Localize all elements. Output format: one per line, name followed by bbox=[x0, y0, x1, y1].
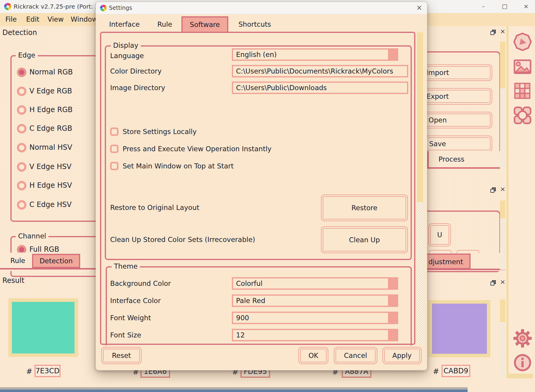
font-size-label: Font Size bbox=[110, 329, 141, 341]
font-weight-select[interactable]: 900 bbox=[232, 312, 398, 324]
dialog-title: Settings bbox=[109, 4, 132, 11]
scrollbar-thumb[interactable] bbox=[500, 299, 505, 322]
right-swatch bbox=[432, 304, 487, 354]
dropdown-button[interactable] bbox=[388, 312, 398, 324]
ok-button[interactable]: OK bbox=[298, 347, 328, 364]
theme-group-legend: Theme bbox=[112, 262, 140, 270]
radio-circle[interactable] bbox=[17, 162, 26, 172]
wheel-icon[interactable] bbox=[513, 33, 532, 51]
tab-adjustment[interactable]: djustment bbox=[424, 254, 471, 269]
hex-hash: # bbox=[433, 367, 439, 376]
maximize-button[interactable]: □ bbox=[499, 2, 511, 11]
right-toolbar bbox=[506, 26, 533, 378]
hex-field-right[interactable]: CABD9 bbox=[441, 365, 470, 377]
radio-circle[interactable] bbox=[17, 68, 26, 77]
checkbox-box[interactable] bbox=[110, 145, 118, 153]
restore-button[interactable]: Restore bbox=[321, 195, 408, 221]
cancel-button[interactable]: Cancel bbox=[334, 347, 377, 364]
dialog-tab-shortcuts[interactable]: Shortcuts bbox=[235, 20, 274, 28]
dock-scrollbar[interactable] bbox=[500, 299, 505, 377]
interface-color-select[interactable]: Pale Red bbox=[232, 294, 398, 307]
tab-process[interactable]: Process bbox=[439, 155, 464, 163]
minimize-button[interactable]: – bbox=[477, 2, 489, 11]
channel-group-legend: Channel bbox=[16, 232, 48, 240]
radio-circle[interactable] bbox=[17, 200, 26, 210]
dock-scrollbar[interactable] bbox=[500, 42, 505, 169]
depth-icon[interactable] bbox=[513, 106, 532, 125]
cleanup-label: Clean Up Stored Color Sets (Irrecoverabl… bbox=[110, 236, 255, 243]
hex-field-result[interactable]: 7E3CD bbox=[34, 365, 61, 377]
checkbox-box[interactable] bbox=[110, 128, 118, 136]
reset-button[interactable]: Reset bbox=[101, 347, 142, 364]
menu-window[interactable]: Window bbox=[71, 15, 98, 23]
u-button[interactable]: U bbox=[428, 223, 451, 246]
radio-circle[interactable] bbox=[17, 143, 26, 152]
process-tabrow: Process bbox=[427, 151, 505, 168]
dropdown-button[interactable] bbox=[388, 48, 398, 61]
scrollbar-thumb[interactable] bbox=[500, 200, 505, 218]
color-directory-label: Color Directory bbox=[110, 65, 162, 77]
radio-circle[interactable] bbox=[17, 87, 26, 96]
color-directory-input[interactable]: C:\Users\Public\Documents\Rickrack\MyCol… bbox=[232, 65, 408, 77]
interface-color-label: Interface Color bbox=[110, 294, 161, 307]
dialog-close-icon[interactable]: × bbox=[414, 3, 424, 13]
image-icon[interactable] bbox=[513, 58, 532, 76]
dock-float-icon[interactable] bbox=[490, 29, 496, 36]
restore-label: Restore to Original Layout bbox=[110, 204, 199, 211]
window-bottom-shadow bbox=[0, 387, 468, 390]
scrollbar-thumb[interactable] bbox=[500, 42, 505, 88]
hex-hash: # bbox=[26, 367, 32, 376]
process-underline bbox=[427, 167, 505, 169]
dropdown-button[interactable] bbox=[388, 329, 398, 341]
right-swatch-frame bbox=[428, 300, 490, 357]
menu-file[interactable]: File bbox=[5, 15, 17, 23]
radio-circle[interactable] bbox=[17, 124, 26, 133]
language-select[interactable]: English (en) bbox=[232, 48, 398, 61]
settings-dialog: Settings × Interface Rule Software Short… bbox=[96, 2, 427, 370]
dock-close-icon[interactable]: × bbox=[500, 28, 505, 34]
detection-heading: Detection bbox=[2, 28, 37, 37]
dock-float-icon[interactable] bbox=[490, 187, 496, 193]
image-directory-label: Image Directory bbox=[110, 82, 165, 94]
background-color-select[interactable]: Colorful bbox=[232, 277, 398, 290]
font-weight-label: Font Weight bbox=[110, 312, 151, 324]
dropdown-button[interactable] bbox=[388, 294, 398, 307]
tab-rule[interactable]: Rule bbox=[6, 257, 30, 264]
dock-float-icon[interactable] bbox=[490, 280, 496, 286]
grid-icon[interactable] bbox=[513, 82, 532, 100]
result-heading: Result bbox=[2, 276, 24, 285]
close-button[interactable]: × bbox=[520, 2, 532, 11]
info-icon[interactable] bbox=[513, 353, 532, 372]
dialog-scrollbar[interactable] bbox=[417, 32, 423, 344]
dock-close-icon[interactable]: × bbox=[500, 186, 505, 192]
dock-scrollbar[interactable] bbox=[500, 200, 505, 270]
background-color-label: Background Color bbox=[110, 277, 171, 290]
dialog-tab-rule[interactable]: Rule bbox=[154, 20, 175, 28]
scrollbar-thumb[interactable] bbox=[417, 32, 423, 202]
dropdown-button[interactable] bbox=[388, 277, 398, 290]
cleanup-button[interactable]: Clean Up bbox=[321, 226, 408, 253]
dialog-titlebar: Settings × bbox=[96, 2, 427, 14]
adjustment-tabrow: djustment bbox=[427, 253, 505, 271]
dock-close-icon[interactable]: × bbox=[500, 279, 505, 285]
tab-detection[interactable]: Detection bbox=[32, 254, 80, 268]
dialog-tab-interface[interactable]: Interface bbox=[107, 20, 142, 28]
menu-view[interactable]: View bbox=[48, 15, 64, 23]
menu-edit[interactable]: Edit bbox=[26, 15, 39, 23]
language-label: Language bbox=[110, 50, 144, 62]
gear-icon[interactable] bbox=[513, 329, 532, 348]
app-logo-icon bbox=[4, 3, 11, 10]
checkbox-box[interactable] bbox=[110, 162, 118, 170]
font-size-select[interactable]: 12 bbox=[232, 329, 398, 341]
radio-circle[interactable] bbox=[17, 105, 26, 115]
image-directory-input[interactable]: C:\Users\Public\Downloads bbox=[232, 82, 408, 94]
dialog-tab-software[interactable]: Software bbox=[181, 16, 228, 33]
display-group-legend: Display bbox=[111, 42, 141, 49]
result-swatch bbox=[12, 302, 75, 353]
taskbar-edge bbox=[0, 390, 468, 392]
edge-group-legend: Edge bbox=[16, 51, 38, 59]
apply-button[interactable]: Apply bbox=[382, 347, 422, 364]
radio-circle[interactable] bbox=[17, 181, 26, 190]
adjustment-underline bbox=[427, 269, 505, 270]
result-swatch-frame bbox=[8, 298, 78, 357]
